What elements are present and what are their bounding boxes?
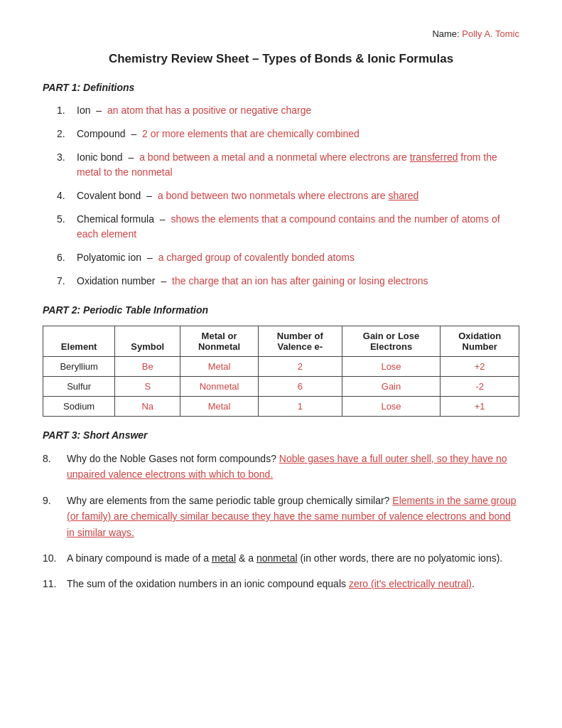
cell-valence: 1 — [258, 397, 342, 417]
def-body: Compound – 2 or more elements that are c… — [77, 127, 360, 141]
def-num: 4. — [57, 188, 77, 203]
col-symbol: Symbol — [115, 326, 180, 357]
cell-gain-lose: Lose — [342, 397, 441, 417]
cell-symbol: Na — [115, 397, 180, 417]
cell-element: Sulfur — [43, 377, 115, 397]
name-value: Polly A. Tomic — [462, 28, 519, 39]
cell-type: Metal — [180, 397, 259, 417]
list-item: 3. Ionic bond – a bond between a metal a… — [57, 150, 519, 180]
cell-gain-lose: Lose — [342, 357, 441, 377]
sa-question: Why do the Noble Gases not form compound… — [67, 453, 279, 464]
part1-heading: PART 1: Definitions — [43, 82, 519, 93]
sa-content: Why are elements from the same periodic … — [67, 493, 519, 540]
col-gain-lose: Gain or LoseElectrons — [342, 326, 441, 357]
list-item: 2. Compound – 2 or more elements that ar… — [57, 127, 519, 141]
cell-oxidation: +1 — [441, 397, 519, 417]
cell-valence: 2 — [258, 357, 342, 377]
sa-num: 8. — [43, 451, 67, 466]
sa-num: 11. — [43, 576, 67, 592]
col-oxidation: OxidationNumber — [441, 326, 519, 357]
sa-num: 10. — [43, 550, 67, 566]
cell-symbol: Be — [115, 357, 180, 377]
def-desc: 2 or more elements that are chemically c… — [142, 128, 360, 139]
table-row: Beryllium Be Metal 2 Lose +2 — [43, 357, 519, 377]
short-answer-list: 8. Why do the Noble Gases not form compo… — [43, 451, 519, 592]
sa-text-after: (in other words, there are no polyatomic… — [298, 552, 503, 564]
list-item: 8. Why do the Noble Gases not form compo… — [43, 451, 519, 483]
def-body: Ion – an atom that has a positive or neg… — [77, 103, 311, 118]
def-desc: a charged group of covalently bonded ato… — [158, 252, 355, 263]
cell-valence: 6 — [258, 377, 342, 397]
page-title: Chemistry Review Sheet – Types of Bonds … — [43, 52, 519, 66]
cell-element: Beryllium — [43, 357, 115, 377]
list-item: 6. Polyatomic ion – a charged group of c… — [57, 250, 519, 265]
cell-symbol: S — [115, 377, 180, 397]
def-body: Covalent bond – a bond between two nonme… — [77, 188, 418, 203]
sa-num: 9. — [43, 493, 67, 508]
col-metal: Metal orNonmetal — [180, 326, 259, 357]
def-num: 7. — [57, 274, 77, 289]
def-num: 6. — [57, 250, 77, 265]
sa-content: The sum of the oxidation numbers in an i… — [67, 576, 519, 592]
def-term: Covalent bond — [77, 190, 141, 201]
part3-heading: PART 3: Short Answer — [43, 429, 519, 441]
part2-heading: PART 2: Periodic Table Information — [43, 304, 519, 316]
def-body: Chemical formula – shows the elements th… — [77, 212, 519, 242]
cell-gain-lose: Gain — [342, 377, 441, 397]
sa-content: A binary compound is made of a metal & a… — [67, 550, 519, 566]
def-num: 3. — [57, 150, 77, 165]
sa-question: Why are elements from the same periodic … — [67, 495, 392, 506]
def-body: Polyatomic ion – a charged group of cova… — [77, 250, 355, 265]
definitions-list: 1. Ion – an atom that has a positive or … — [57, 103, 519, 289]
sa-text-after: . — [472, 578, 475, 589]
def-desc: the charge that an ion has after gaining… — [172, 275, 428, 287]
def-num: 2. — [57, 127, 77, 141]
word-metal: metal — [212, 552, 236, 564]
def-term: Compound — [77, 128, 126, 139]
sa-answer: zero (it's electrically neutral) — [349, 578, 472, 589]
cell-type: Metal — [180, 357, 259, 377]
def-body: Oxidation number – the charge that an io… — [77, 274, 428, 289]
def-desc: a bond between a metal and a nonmetal wh… — [77, 151, 497, 178]
def-term: Polyatomic ion — [77, 252, 141, 263]
list-item: 7. Oxidation number – the charge that an… — [57, 274, 519, 289]
def-num: 5. — [57, 212, 77, 227]
def-term: Chemical formula — [77, 213, 154, 225]
list-item: 11. The sum of the oxidation numbers in … — [43, 576, 519, 592]
list-item: 10. A binary compound is made of a metal… — [43, 550, 519, 566]
list-item: 1. Ion – an atom that has a positive or … — [57, 103, 519, 118]
table-section: Element Symbol Metal orNonmetal Number o… — [43, 326, 519, 417]
def-body: Ionic bond – a bond between a metal and … — [77, 150, 519, 180]
def-term: Oxidation number — [77, 275, 156, 287]
list-item: 9. Why are elements from the same period… — [43, 493, 519, 540]
sa-text-before: A binary compound is made of a — [67, 552, 212, 564]
cell-type: Nonmetal — [180, 377, 259, 397]
def-num: 1. — [57, 103, 77, 118]
list-item: 5. Chemical formula – shows the elements… — [57, 212, 519, 242]
word-nonmetal: nonmetal — [256, 552, 298, 564]
def-term: Ionic bond — [77, 151, 123, 163]
cell-element: Sodium — [43, 397, 115, 417]
sa-content: Why do the Noble Gases not form compound… — [67, 451, 519, 483]
cell-oxidation: +2 — [441, 357, 519, 377]
table-row: Sulfur S Nonmetal 6 Gain -2 — [43, 377, 519, 397]
col-element: Element — [43, 326, 115, 357]
def-term: Ion — [77, 105, 90, 116]
def-desc: an atom that has a positive or negative … — [107, 105, 311, 116]
name-line: Name: Polly A. Tomic — [43, 28, 519, 39]
name-label: Name: — [432, 28, 462, 39]
def-desc: a bond between two nonmetals where elect… — [158, 190, 418, 201]
sa-text-before: The sum of the oxidation numbers in an i… — [67, 578, 349, 589]
table-row: Sodium Na Metal 1 Lose +1 — [43, 397, 519, 417]
periodic-table: Element Symbol Metal orNonmetal Number o… — [43, 326, 519, 417]
cell-oxidation: -2 — [441, 377, 519, 397]
col-valence: Number ofValence e- — [258, 326, 342, 357]
sa-text-mid: & a — [236, 552, 256, 564]
list-item: 4. Covalent bond – a bond between two no… — [57, 188, 519, 203]
